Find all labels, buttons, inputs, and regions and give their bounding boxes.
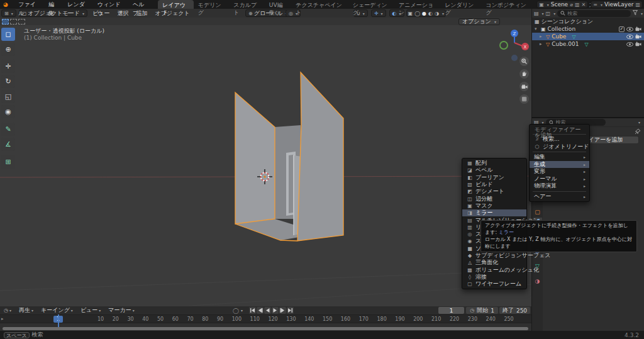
timeline-menu-item[interactable]: マーカー▾: [104, 306, 138, 314]
tool-add-cube[interactable]: ⊞: [1, 155, 15, 169]
zoom-icon[interactable]: [519, 57, 529, 66]
outliner-row-collection[interactable]: ▾ ▣ Collection ✓: [532, 25, 644, 33]
scene-selector[interactable]: ▣▾ Scene ⌀ ▥ ✕: [536, 1, 588, 8]
orientation-dropdown[interactable]: ⊕ グローバル ▾: [245, 9, 291, 17]
tab-material-properties[interactable]: ◑: [533, 277, 542, 286]
eye-icon[interactable]: [626, 35, 633, 39]
collapse-arrow-icon[interactable]: ▸: [540, 34, 544, 39]
viewport-menu-item[interactable]: オブジェクト: [151, 9, 193, 18]
timeline-scrollbar[interactable]: [3, 327, 528, 330]
auto-keying-toggle[interactable]: ◯▾: [233, 308, 243, 314]
play-button[interactable]: [272, 307, 279, 314]
outliner-display-mode-icon[interactable]: ▤: [534, 11, 539, 16]
workspace-tab[interactable]: シェーディング: [348, 0, 394, 9]
tab-object-properties[interactable]: ▢: [533, 208, 542, 216]
workspace-tab[interactable]: コンポジティング: [481, 0, 533, 9]
workspace-tab[interactable]: スカルプト: [229, 0, 265, 9]
select-subtract-mode-icon[interactable]: [18, 19, 25, 25]
unpin-icon[interactable]: ⌀: [570, 2, 573, 8]
new-layer-icon[interactable]: ▥: [635, 2, 640, 8]
camera-disable-icon[interactable]: [635, 26, 641, 31]
modifier-menu-item[interactable]: ▣ マスク: [462, 203, 526, 209]
select-box-mode-icon[interactable]: [2, 19, 9, 25]
shading-material[interactable]: ◐: [428, 11, 433, 16]
pan-hand-icon[interactable]: [519, 69, 529, 79]
view-layer-selector[interactable]: ≡▾ ViewLayer ▥: [591, 1, 643, 8]
pin-icon[interactable]: [635, 128, 641, 135]
timeline-expand-arrow[interactable]: ▸: [1, 316, 4, 321]
shading-wireframe[interactable]: ◯: [414, 11, 420, 16]
gizmos-dropdown[interactable]: ✛▾: [371, 9, 386, 17]
checkbox-icon[interactable]: ✓: [619, 26, 625, 32]
outliner-search[interactable]: [557, 10, 631, 17]
workspace-tab[interactable]: レンダリング: [440, 0, 481, 9]
jump-to-end-button[interactable]: [287, 307, 294, 314]
timeline-editor-icon[interactable]: ◷▾: [0, 308, 15, 313]
timeline-menu-item[interactable]: キーイング▾: [37, 306, 77, 314]
tool-scale[interactable]: ◱: [1, 90, 15, 103]
topbar-menu-item[interactable]: レンダー: [63, 0, 93, 9]
tool-cursor[interactable]: ⊕: [1, 43, 15, 56]
panel-divider[interactable]: [531, 117, 644, 118]
modifier-menu-item[interactable]: ◩ デシメート: [462, 188, 526, 195]
play-reverse-button[interactable]: [264, 307, 271, 314]
select-extend-mode-icon[interactable]: [10, 19, 17, 25]
gizmo-minus-z[interactable]: [511, 55, 518, 61]
topbar-menu-item[interactable]: ヘルプ: [128, 0, 153, 9]
jump-to-start-button[interactable]: [249, 307, 256, 314]
eye-icon[interactable]: [626, 27, 633, 31]
new-scene-icon[interactable]: ▥: [575, 2, 580, 8]
workspace-tab[interactable]: UV編集: [265, 0, 291, 9]
tool-move[interactable]: ✛: [1, 60, 15, 73]
tool-select-box[interactable]: ◻: [1, 28, 15, 41]
menu-item-hair[interactable]: ヘアー▸: [530, 193, 589, 201]
camera-disable-icon[interactable]: [635, 42, 641, 47]
tool-rotate[interactable]: ↻: [1, 75, 15, 88]
outliner-row-cube[interactable]: ▸ ▽ Cube ▽: [532, 33, 644, 40]
outliner-search-input[interactable]: [567, 11, 605, 16]
timeline-menu-item[interactable]: ビュー▾: [77, 306, 104, 314]
outliner-filter-collection-icon[interactable]: ◫: [546, 11, 551, 16]
collapse-arrow-icon[interactable]: ▸: [540, 42, 544, 47]
modifier-menu-item[interactable]: ▩ ボリュームのメッシュ化: [462, 266, 526, 273]
editor-type-button[interactable]: ⊞▾: [1, 9, 16, 17]
options-dropdown[interactable]: オプション ▾: [458, 18, 500, 25]
topbar-menu-item[interactable]: ファイル: [14, 0, 44, 9]
topbar-menu-item[interactable]: 編集: [44, 0, 63, 9]
end-frame-field[interactable]: 終了250: [499, 307, 530, 314]
workspace-tab[interactable]: テクスチャペイント: [291, 0, 348, 9]
workspace-tab[interactable]: レイアウト: [158, 0, 194, 9]
outliner-row-cube001[interactable]: ▸ ▽ Cube.001 ▽: [532, 40, 644, 48]
filter-funnel-icon[interactable]: [633, 10, 638, 16]
shading-solid[interactable]: ●: [422, 11, 426, 16]
cube-right-wall[interactable]: [297, 72, 343, 241]
tool-annotate[interactable]: ✎: [1, 123, 15, 136]
gizmo-y-axis[interactable]: [500, 42, 508, 49]
timeline-ruler[interactable]: 1020304050607080901001101201301401501601…: [0, 315, 531, 323]
topbar-menu-item[interactable]: ウィンドウ: [93, 0, 128, 9]
viewport-menu-item[interactable]: 選択: [113, 9, 132, 18]
workspace-tab[interactable]: アニメーション: [394, 0, 440, 9]
modifier-menu-item[interactable]: ◫ 辺分離: [462, 195, 526, 202]
camera-disable-icon[interactable]: [635, 34, 641, 39]
outliner-row-scene-collection[interactable]: ▦ シーンコレクション: [532, 18, 644, 25]
workspace-tab[interactable]: モデリング: [194, 0, 230, 9]
prev-keyframe-button[interactable]: [257, 307, 264, 314]
camera-view-icon[interactable]: [519, 82, 529, 91]
modifier-menu-item[interactable]: ▢ ワイヤーフレーム: [462, 281, 526, 287]
tool-measure[interactable]: ∡: [1, 138, 15, 151]
modifier-menu-item[interactable]: ◧ ブーリアン: [462, 174, 526, 181]
menu-category-item[interactable]: 物理演算▸: [530, 182, 589, 190]
modifier-menu-item[interactable]: ▦ 配列: [462, 160, 526, 167]
start-frame-field[interactable]: ◷ 開始1: [466, 307, 498, 314]
chevron-down-icon[interactable]: ▾: [638, 120, 640, 125]
timeline-menu-item[interactable]: 再生▾: [15, 306, 37, 314]
current-frame-field[interactable]: 1: [438, 307, 464, 314]
viewport-3d-scene[interactable]: [0, 18, 531, 306]
blender-logo-icon[interactable]: ◕: [3, 1, 11, 8]
xray-toggle[interactable]: ▣: [408, 11, 413, 16]
tool-transform[interactable]: ◉: [1, 105, 15, 118]
next-keyframe-button[interactable]: [279, 307, 286, 314]
shading-rendered[interactable]: ◑: [435, 11, 439, 16]
close-icon[interactable]: ✕: [582, 2, 586, 8]
